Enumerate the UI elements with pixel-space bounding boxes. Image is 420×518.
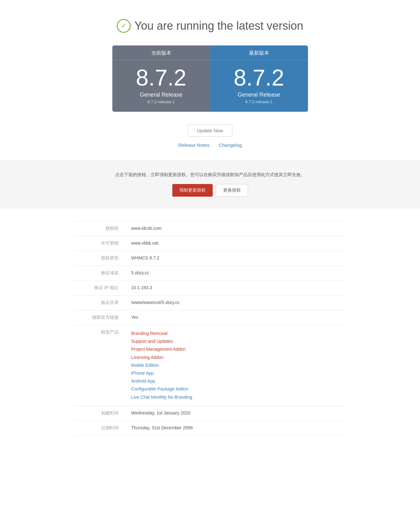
- current-version-body: 8.7.2 General Release 8.7.2-release.1: [112, 60, 210, 112]
- addon-item: Android App: [131, 377, 340, 385]
- current-version-col: 当前版本 8.7.2 General Release 8.7.2-release…: [112, 45, 210, 112]
- row-value: Yes: [125, 310, 346, 325]
- table-row: 验证 IP 地址 10.1.193.3: [74, 281, 346, 295]
- latest-version-number: 8.7.2: [216, 66, 302, 89]
- addon-row: 附加产品Branding RemovalSupport and UpdatesP…: [74, 325, 346, 406]
- addon-item: iPhone App: [131, 369, 340, 377]
- table-row: 授权类型 WHMCS 8.7.2: [74, 251, 346, 266]
- header-title-text: You are running the latest version: [134, 19, 303, 33]
- row-value: www.idcxb.com: [125, 221, 346, 236]
- addon-item: Configurable Package Addon: [131, 385, 340, 393]
- release-notes-link[interactable]: Release Notes: [178, 142, 209, 148]
- current-version-number: 8.7.2: [119, 66, 204, 89]
- row-value: 10.1.193.3: [125, 281, 346, 295]
- row-label: 授权类型: [74, 251, 125, 266]
- latest-version-body: 8.7.2 General Release 8.7.2-release.1: [210, 60, 308, 112]
- license-section: 点击下面的按钮，立即强制更新授权。您可以在购买升级或附加产品后使用此方式使其立即…: [0, 160, 420, 208]
- row-label: 验证 IP 地址: [74, 281, 125, 295]
- action-section: Update Now Release Notes Changelog: [0, 124, 420, 148]
- addon-item: Live Chat Monthly No Branding: [131, 393, 340, 401]
- creation-value: Wednesday, 1st January 2020: [125, 406, 346, 420]
- table-row: 验证域名 5.xbzy.cc: [74, 266, 346, 281]
- replace-license-button[interactable]: 更换授权: [216, 184, 248, 197]
- page-wrapper: ✓ You are running the latest version 当前版…: [0, 0, 420, 461]
- row-label: 验证目录: [74, 295, 125, 310]
- latest-release-name: General Release: [216, 92, 302, 98]
- expiry-row: 过期时间 Thursday, 31st December 2099: [74, 420, 346, 435]
- table-row: 验证目录 /www/wwwroot/5.xbzy.cc: [74, 295, 346, 310]
- table-row: 移除官方链接 Yes: [74, 310, 346, 325]
- creation-label: 创建时间: [74, 406, 125, 420]
- update-now-button[interactable]: Update Now: [188, 124, 232, 137]
- row-value: WHMCS 8.7.2: [125, 251, 346, 266]
- links-row: Release Notes Changelog: [0, 142, 420, 148]
- table-row: 授权给 www.idcxb.com: [74, 221, 346, 236]
- row-value: 5.xbzy.cc: [125, 266, 346, 281]
- expiry-value: Thursday, 31st December 2099: [125, 420, 346, 435]
- row-label: 移除官方链接: [74, 310, 125, 325]
- current-release-name: General Release: [119, 92, 204, 98]
- addon-item: Branding Removal: [131, 330, 340, 337]
- license-buttons: 强制更新授权 更换授权: [6, 184, 414, 197]
- license-description: 点击下面的按钮，立即强制更新授权。您可以在购买升级或附加产品后使用此方式使其立即…: [6, 172, 414, 178]
- addon-item: Support and Updates: [131, 337, 340, 345]
- latest-version-col: 最新版本 8.7.2 General Release 8.7.2-release…: [210, 45, 308, 112]
- force-update-button[interactable]: 强制更新授权: [172, 184, 213, 197]
- addon-value: Branding RemovalSupport and UpdatesProje…: [125, 325, 346, 406]
- header-section: ✓ You are running the latest version: [0, 19, 420, 33]
- check-icon: ✓: [117, 19, 131, 33]
- latest-release-tag: 8.7.2-release.1: [216, 99, 302, 104]
- current-release-tag: 8.7.2-release.1: [119, 99, 204, 104]
- row-label: 许可密钥: [74, 236, 125, 251]
- creation-row: 创建时间 Wednesday, 1st January 2020: [74, 406, 346, 420]
- addon-item: Mobile Edition: [131, 361, 340, 369]
- version-comparison-box: 当前版本 8.7.2 General Release 8.7.2-release…: [112, 45, 308, 112]
- row-label: 验证域名: [74, 266, 125, 281]
- row-value: /www/wwwroot/5.xbzy.cc: [125, 295, 346, 310]
- changelog-link[interactable]: Changelog: [219, 142, 242, 148]
- latest-version-label: 最新版本: [210, 45, 308, 60]
- table-row: 许可密钥 www.xbbk.net: [74, 236, 346, 251]
- addon-item: Licensing Addon: [131, 354, 340, 361]
- row-label: 授权给: [74, 221, 125, 236]
- current-version-label: 当前版本: [112, 45, 210, 60]
- addon-item: Project Management Addon: [131, 345, 340, 353]
- info-table: 授权给 www.idcxb.com 许可密钥 www.xbbk.net 授权类型…: [74, 221, 346, 436]
- header-title: ✓ You are running the latest version: [0, 19, 420, 33]
- expiry-label: 过期时间: [74, 420, 125, 435]
- row-value: www.xbbk.net: [125, 236, 346, 251]
- addon-label: 附加产品: [74, 325, 125, 406]
